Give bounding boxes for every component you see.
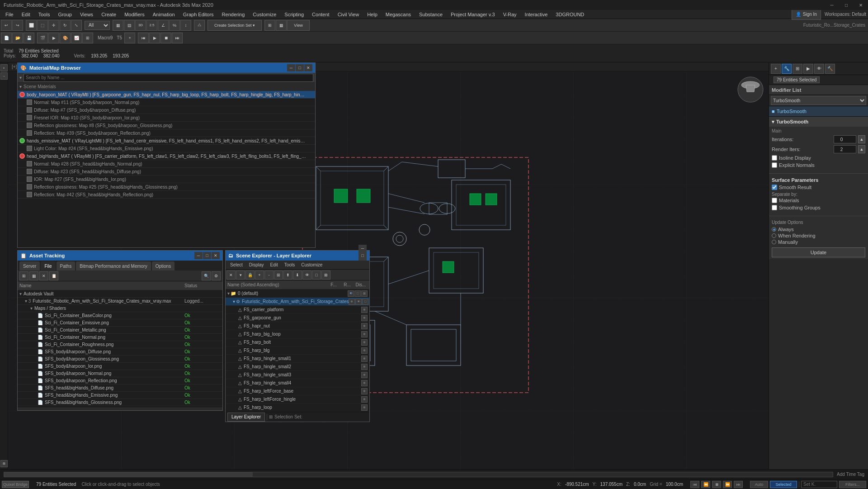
at-item-project-file[interactable]: ▾ 3 Futuristic_Robotic_Arm_with_Sci_Fi_S… <box>18 298 222 305</box>
menu-project-manager[interactable]: Project Manager v.3 <box>447 11 499 18</box>
se-btn-display[interactable]: ⊠ <box>321 271 330 280</box>
play-btn[interactable]: ▶ <box>149 33 160 43</box>
se-item-hapr-nut[interactable]: △ FS_hapr_nut ❄ <box>226 322 369 330</box>
play-end-btn[interactable]: ⏭ <box>734 481 743 488</box>
se-display-default[interactable]: ⊠ <box>361 290 368 297</box>
minimize-btn[interactable]: ─ <box>825 0 839 10</box>
left-btn-bottom[interactable]: ⊞ <box>0 460 8 467</box>
se-btn-group[interactable]: ⊞ <box>274 271 283 280</box>
menu-modifiers[interactable]: Modifiers <box>121 11 148 18</box>
snap-25d-btn[interactable]: 2.5 <box>146 20 157 31</box>
ts-when-rendering-radio[interactable] <box>772 233 776 238</box>
at-btn-1[interactable]: ⊞ <box>19 271 28 280</box>
menu-create[interactable]: Create <box>98 11 120 18</box>
menu-megascans[interactable]: Megascans <box>382 11 415 18</box>
play-anim-btn[interactable]: ⏮ <box>138 33 149 43</box>
se-item-garpoone[interactable]: △ FS_garpoone_gun ❄ <box>226 314 369 322</box>
play-back-btn[interactable]: ⏪ <box>701 481 710 488</box>
menu-edit[interactable]: Edit <box>18 11 34 18</box>
at-tab-bitmap-perf[interactable]: Bitmap Performance and Memory <box>76 261 151 271</box>
material-item-hands-emissive[interactable]: hands_emissive_MAT ( VRayLightMtl ) [FS_… <box>18 137 315 145</box>
play-fwd-btn[interactable]: ⏮ <box>690 481 699 488</box>
at-minimize[interactable]: ─ <box>194 252 203 259</box>
at-tab-paths[interactable]: Paths <box>57 261 75 271</box>
turbosmooth-modifier-item[interactable]: ■ TurboSmooth <box>769 106 868 116</box>
material-editor-btn[interactable]: 🎨 <box>60 33 71 43</box>
new-scene-btn[interactable]: 📄 <box>1 33 12 43</box>
open-btn[interactable]: 📂 <box>12 33 23 43</box>
se-item-harp-big-loop[interactable]: △ FS_harp_big_loop ❄ <box>226 330 369 338</box>
se-snowflake-arm[interactable]: ❄ <box>349 299 355 305</box>
menu-help[interactable]: Help <box>363 11 381 18</box>
array-btn[interactable]: ▦ <box>276 20 287 31</box>
mat-browser-close[interactable]: ✕ <box>304 64 312 71</box>
select-filter-btn[interactable]: ▦ <box>113 20 123 31</box>
ts-iterations-up[interactable]: ▲ <box>858 135 865 143</box>
rp-modify-icon[interactable]: 🔧 <box>782 64 792 74</box>
redo-btn[interactable]: ↪ <box>12 20 23 31</box>
create-selection-set-btn[interactable]: Create Selection Set ▾ <box>208 20 262 31</box>
snap-percent-btn[interactable]: % <box>169 20 180 31</box>
view-btn[interactable]: View <box>287 20 310 31</box>
at-tab-file[interactable]: File <box>41 261 55 271</box>
mat-browser-maximize[interactable]: □ <box>296 64 304 71</box>
at-item-ior[interactable]: 📄 SFS_body&harpoon_Ior.png Ok <box>18 363 222 370</box>
se-btn-filter[interactable]: ✕ <box>226 271 236 280</box>
material-item-body-harpoon[interactable]: body_harpoon_MAT ( VRayMtl ) [FS_garpoon… <box>18 91 315 99</box>
menu-animation[interactable]: Animation <box>149 11 179 18</box>
at-item-diffuse[interactable]: 📄 SFS_body&harpoon_Diffuse.png Ok <box>18 348 222 356</box>
se-item-default-layer[interactable]: ▾ 📁 0 (default) 👁 □ ⊠ <box>226 290 369 298</box>
stop-btn[interactable]: ⏹ <box>160 33 171 43</box>
se-menu-customize[interactable]: Customize <box>298 262 325 267</box>
search-input[interactable] <box>24 74 313 82</box>
ts-isoline-checkbox[interactable] <box>772 155 777 161</box>
maximize-btn[interactable]: □ <box>839 0 854 10</box>
at-item-autodesk-vault[interactable]: ▾ Autodesk Vault <box>18 290 222 298</box>
se-btn-add[interactable]: + <box>255 271 264 280</box>
menu-vray[interactable]: V-Ray <box>500 11 520 18</box>
selected-btn[interactable]: Selected <box>770 481 797 488</box>
play-stop-btn[interactable]: ⏹ <box>712 481 721 488</box>
se-btn-render[interactable]: □ <box>312 271 321 280</box>
menu-content[interactable]: Content <box>308 11 333 18</box>
timeline-track[interactable] <box>4 472 833 477</box>
at-item-basecolor[interactable]: 📄 Sci_Fi_Container_BaseColor.png Ok <box>18 312 222 319</box>
material-item-head-bighands[interactable]: head_bigHands_MAT ( VRayMtl ) [FS_carrie… <box>18 152 315 160</box>
at-maximize[interactable]: □ <box>203 252 211 259</box>
se-snowflake-lfb[interactable]: ❄ <box>361 388 368 394</box>
se-item-harp-bolt[interactable]: △ FS_harp_bolt ❄ <box>226 338 369 347</box>
ts-explicit-normals-checkbox[interactable] <box>772 162 777 168</box>
schematic-view-btn[interactable]: ⊞ <box>82 33 93 43</box>
snap-spinner-btn[interactable]: ↕ <box>180 20 191 31</box>
at-tab-options[interactable]: Options <box>152 261 175 271</box>
se-snowflake-hs1[interactable]: ❄ <box>361 356 368 362</box>
se-snowflake-loop[interactable]: ❄ <box>361 404 368 411</box>
align-btn[interactable]: ⧍ <box>194 20 205 31</box>
se-btn-3[interactable]: ⬇ <box>293 271 302 280</box>
mirror-btn[interactable]: ⊞ <box>264 20 275 31</box>
ts-manually-radio[interactable] <box>772 240 776 244</box>
se-snowflake-big-loop[interactable]: ❄ <box>361 331 368 337</box>
menu-graph-editors[interactable]: Graph Editors <box>179 11 217 18</box>
se-maximize[interactable]: □ <box>359 252 367 259</box>
se-minimize[interactable]: ─ <box>359 245 367 252</box>
se-btn-remove[interactable]: - <box>264 271 274 280</box>
rotate-btn[interactable]: ↻ <box>60 20 71 31</box>
extra-btn-1[interactable]: + <box>124 33 135 43</box>
se-btn-eye[interactable]: 👁 <box>302 271 311 280</box>
ts-smoothing-groups-checkbox[interactable] <box>772 205 777 210</box>
menu-group[interactable]: Group <box>54 11 75 18</box>
se-snowflake-hs4[interactable]: ❄ <box>361 380 368 386</box>
menu-scripting[interactable]: Scripting <box>281 11 307 18</box>
se-menu-display[interactable]: Display <box>246 262 267 267</box>
at-item-metallic[interactable]: 📄 Sci_Fi_Container_Metallic.png Ok <box>18 327 222 334</box>
rp-motion-icon[interactable]: ▶ <box>803 64 813 74</box>
at-item-harpoon-normal[interactable]: 📄 SFS_body&harpoon_Normal.png Ok <box>18 370 222 377</box>
at-item-maps-shaders[interactable]: ▾ Maps / Shaders <box>18 305 222 312</box>
at-tab-server[interactable]: Server <box>19 261 40 271</box>
at-item-emissive[interactable]: 📄 Sci_Fi_Container_Emissive.png Ok <box>18 319 222 327</box>
ts-smooth-result-checkbox[interactable] <box>772 185 777 190</box>
se-menu-edit[interactable]: Edit <box>268 262 281 267</box>
se-item-harp-blg[interactable]: △ FS_harp_blg ❄ <box>226 347 369 355</box>
se-snowflake-hs3[interactable]: ❄ <box>361 372 368 378</box>
